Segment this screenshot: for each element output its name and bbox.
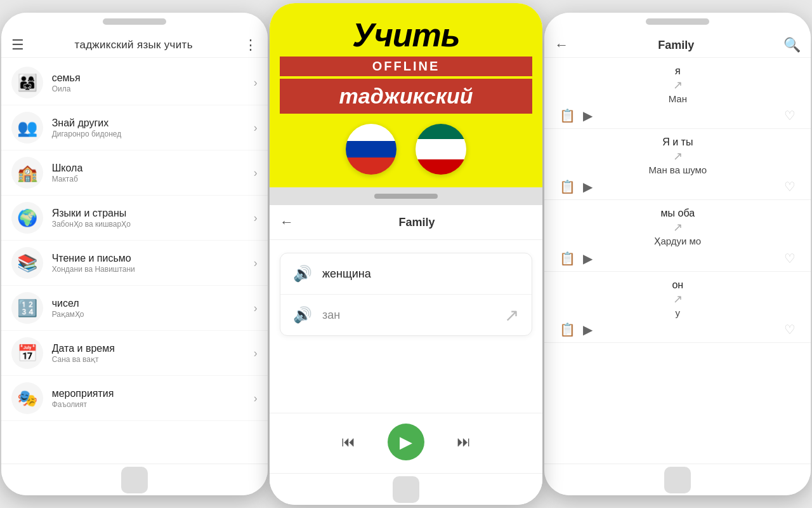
chevron-languages: › [254,211,258,225]
word-text-1: женщина [322,267,371,281]
item-subtitle-activities: Фаъолият [52,400,254,409]
copy-icon-i[interactable]: 📋 [560,108,575,123]
flag-tajikistan [416,124,466,175]
list-item-datetime[interactable]: 📅 Дата и время Сана ва вақт › [1,331,268,376]
item-text-numbers: чисел РақамҲо [52,298,254,319]
item-title-school: Школа [52,163,254,174]
vocab-tj-he: у [554,307,801,318]
item-title-datetime: Дата и время [52,343,254,354]
action-icons-i: 📋 ▶ [560,108,593,123]
item-subtitle-numbers: РақамҲо [52,310,254,319]
offline-text: OFFLINE [372,59,440,73]
menu-icon[interactable]: ☰ [11,37,24,53]
phone-3: ← Family 🔍 я ↗ Ман 📋 ▶ ♡ Я и ты ↗ Ман ва… [544,13,811,495]
play-icon-i[interactable]: ▶ [583,108,593,123]
speaker-icon-1[interactable]: 🔊 [293,265,312,283]
flags-row [346,114,466,187]
phone2-card-area: ← Family 🔊 женщина 🔊 зан ↗ ⏮ [270,187,542,473]
phone3-header: ← Family 🔍 [544,30,811,58]
vocab-actions-both-of-us: 📋 ▶ ♡ [554,251,801,266]
chevron-reading: › [254,257,258,270]
speaker-icon-2[interactable]: 🔊 [293,306,312,324]
notch-3 [646,18,709,25]
item-subtitle-datetime: Сана ва вақт [52,355,254,364]
more-options-icon[interactable]: ⋮ [244,37,258,53]
action-icons-me-and-you: 📋 ▶ [560,179,593,194]
item-icon-datetime: 📅 [11,337,43,369]
item-text-know-others: Знай других Дигаронро бидонед [52,117,254,138]
phone3-back-icon[interactable]: ← [554,37,568,53]
word-card: 🔊 женщина 🔊 зан ↗ [280,253,532,336]
copy-icon-he[interactable]: 📋 [560,322,575,337]
card-back-icon[interactable]: ← [280,214,294,231]
play-icon-both-of-us[interactable]: ▶ [583,251,593,266]
item-icon-school: 🏫 [11,157,43,189]
item-title-numbers: чисел [52,298,254,309]
play-icon-me-and-you[interactable]: ▶ [583,179,593,194]
word-row-1: 🔊 женщина [280,253,532,295]
copy-icon-both-of-us[interactable]: 📋 [560,251,575,266]
copy-icon-me-and-you[interactable]: 📋 [560,179,575,194]
word-text-2: зан [322,309,340,322]
notch-1 [103,18,166,25]
item-text-datetime: Дата и время Сана ва вақт [52,343,254,364]
vocab-ru-both-of-us: мы оба [554,208,801,219]
vocab-arrow-i: ↗ [554,78,801,92]
heart-icon-me-and-you[interactable]: ♡ [784,179,796,194]
list-item-reading[interactable]: 📚 Чтение и письмо Хондани ва Навиштани › [1,241,268,286]
chevron-school: › [254,166,258,180]
chevron-numbers: › [254,302,258,315]
lang-text: таджикский [339,84,473,108]
heart-icon-both-of-us[interactable]: ♡ [784,251,796,266]
phone2-notch-bar [270,187,542,205]
vocab-arrow-both-of-us: ↗ [554,220,801,234]
phone3-home-bar [544,464,811,495]
vocab-ru-i: я [554,65,801,77]
vocab-tj-both-of-us: Ҳардуи мо [554,236,801,247]
heart-icon-i[interactable]: ♡ [784,108,796,123]
lang-bar: таджикский [280,79,532,114]
action-icons-he: 📋 ▶ [560,322,593,337]
item-text-reading: Чтение и письмо Хондани ва Навиштани [52,253,254,274]
vocab-actions-he: 📋 ▶ ♡ [554,322,801,337]
word-row-2: 🔊 зан ↗ [280,295,532,335]
item-icon-activities: 🎭 [11,382,43,414]
vocab-ru-me-and-you: Я и ты [554,137,801,148]
list-item-family[interactable]: 👨‍👩‍👧 семья Оила › [1,60,268,105]
category-list: 👨‍👩‍👧 семья Оила › 👥 Знай других Дигарон… [1,58,268,464]
list-item-activities[interactable]: 🎭 мероприятия Фаъолият › [1,376,268,421]
item-title-languages: Языки и страны [52,208,254,219]
phone1-home-button[interactable] [121,467,148,493]
phone-2: Учить OFFLINE таджикский ← Family 🔊 [270,3,542,505]
vocab-list: я ↗ Ман 📋 ▶ ♡ Я и ты ↗ Ман ва шумо 📋 ▶ ♡ [544,58,811,464]
phone1-header: ☰ таджикский язык учить ⋮ [1,30,268,58]
phone2-home-button[interactable] [393,476,419,503]
card-header: ← Family [270,205,542,240]
item-subtitle-languages: ЗабонҲо ва кишварҲо [52,220,254,229]
item-text-languages: Языки и страны ЗабонҲо ва кишварҲо [52,208,254,229]
list-item-school[interactable]: 🏫 Школа Мактаб › [1,150,268,196]
next-button[interactable]: ⏭ [450,428,478,456]
item-subtitle-know-others: Дигаронро бидонед [52,130,254,138]
item-subtitle-reading: Хондани ва Навиштани [52,265,254,274]
phone-1: ☰ таджикский язык учить ⋮ 👨‍👩‍👧 семья Ои… [1,13,268,495]
play-icon-he[interactable]: ▶ [583,322,593,337]
phone3-title: Family [568,39,783,52]
list-item-languages[interactable]: 🌍 Языки и страны ЗабонҲо ва кишварҲо › [1,196,268,241]
phone3-search-icon[interactable]: 🔍 [783,37,801,53]
vocab-item-me-and-you: Я и ты ↗ Ман ва шумо 📋 ▶ ♡ [544,129,811,200]
play-button[interactable]: ▶ [388,424,424,460]
heart-icon-he[interactable]: ♡ [784,322,796,337]
item-text-activities: мероприятия Фаъолият [52,388,254,409]
phone3-home-button[interactable] [664,467,691,493]
prev-button[interactable]: ⏮ [334,428,362,456]
action-icons-both-of-us: 📋 ▶ [560,251,593,266]
offline-bar: OFFLINE [280,57,532,76]
list-item-know-others[interactable]: 👥 Знай других Дигаронро бидонед › [1,105,268,150]
item-title-activities: мероприятия [52,388,254,399]
item-title-reading: Чтение и письмо [52,253,254,264]
phone2-home-bar [270,473,542,505]
swipe-arrow: ↗ [504,305,519,326]
list-item-numbers[interactable]: 🔢 чисел РақамҲо › [1,286,268,331]
phone1-home-bar [1,464,268,495]
